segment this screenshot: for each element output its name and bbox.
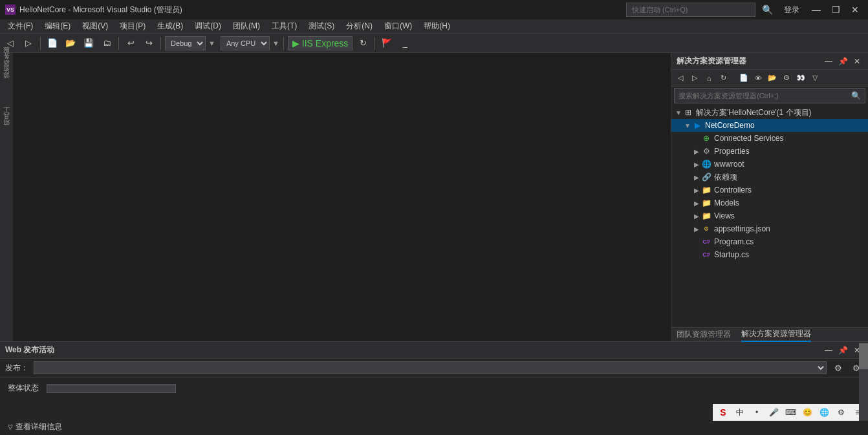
tree-dependencies[interactable]: ▶ 🔗 依赖项 <box>671 171 868 184</box>
menu-view[interactable]: 视图(V) <box>77 19 113 33</box>
menu-window[interactable]: 窗口(W) <box>379 19 417 33</box>
expand-icon[interactable]: ▶ <box>692 198 701 207</box>
tree-wwwroot[interactable]: ▶ 🌐 wwwroot <box>671 158 868 171</box>
restore-icon[interactable]: ❐ <box>828 2 843 17</box>
sidebar-item-1[interactable]: 服 <box>1 56 12 61</box>
tree-project-netcoredemo[interactable]: ▼ ▶ NetCoreDemo <box>671 119 868 132</box>
undo-button[interactable]: ↩ <box>123 36 138 51</box>
scrollbar-track[interactable] <box>859 343 868 421</box>
panel-close-button[interactable]: ✕ <box>851 56 863 67</box>
menu-analyze[interactable]: 分析(N) <box>341 19 378 33</box>
save-button[interactable]: 💾 <box>81 36 96 51</box>
debug-config-select[interactable]: Debug <box>165 36 206 50</box>
tree-solution-root[interactable]: ▼ ⊞ 解决方案'HelloNetCore'(1 个项目) <box>671 106 868 119</box>
forward-button[interactable]: ▷ <box>21 36 36 51</box>
tree-properties[interactable]: ▶ ⚙ Properties <box>671 145 868 158</box>
save-all-button[interactable]: 🗂 <box>99 36 114 51</box>
tree-controllers-label: Controllers <box>714 186 752 195</box>
tab-team-resources[interactable]: 团队资源管理器 <box>677 328 731 341</box>
ime-translate-icon[interactable]: 🌐 <box>816 405 832 419</box>
ime-chinese-icon[interactable]: 中 <box>732 405 748 419</box>
menu-help[interactable]: 帮助(H) <box>418 19 455 33</box>
scrollbar-thumb[interactable] <box>859 343 868 369</box>
cpu-config-dropdown[interactable]: Any CPU <box>221 36 270 50</box>
expand-icon[interactable]: ▶ <box>692 211 701 220</box>
debug-config-dropdown[interactable]: Debug <box>165 36 206 50</box>
back-button[interactable]: ◁ <box>3 36 18 51</box>
new-folder-button[interactable]: 📂 <box>766 72 779 85</box>
properties-toolbar-button[interactable]: ⚙ <box>780 72 793 85</box>
sidebar-item-4[interactable]: 资 <box>1 75 12 80</box>
menu-tools[interactable]: 工具(T) <box>266 19 302 33</box>
menu-test[interactable]: 测试(S) <box>303 19 340 33</box>
tab-solution-explorer[interactable]: 解决方案资源管理器 <box>741 327 811 342</box>
expand-icon[interactable]: ▶ <box>692 134 701 143</box>
show-all-button[interactable]: 👁 <box>752 72 765 85</box>
expand-icon[interactable]: ▶ <box>692 250 701 259</box>
login-button[interactable]: 登录 <box>779 3 805 17</box>
cpu-config-select[interactable]: Any CPU <box>221 36 270 50</box>
sidebar-item-7[interactable]: 具 <box>1 122 12 127</box>
tree-appsettings[interactable]: ▶ ⚙ appsettings.json <box>671 222 868 235</box>
new-project-button[interactable]: 📄 <box>45 36 60 51</box>
expand-icon[interactable]: ▶ <box>692 160 701 169</box>
menu-project[interactable]: 项目(P) <box>114 19 151 33</box>
tree-connected-services[interactable]: ▶ ⊕ Connected Services <box>671 132 868 145</box>
publish-select[interactable] <box>34 361 827 374</box>
tree-program-cs[interactable]: ▶ C# Program.cs <box>671 235 868 248</box>
filter-button[interactable]: ▽ <box>808 72 821 85</box>
show-files-button[interactable]: 📄 <box>737 72 750 85</box>
preview-button[interactable]: 👀 <box>794 72 807 85</box>
solution-search-box[interactable]: 🔍 <box>674 88 865 103</box>
search-icon[interactable]: 🔍 <box>759 2 775 17</box>
ime-mic-icon[interactable]: 🎤 <box>766 405 781 419</box>
panel-pin-btn[interactable]: 📌 <box>837 345 849 356</box>
run-button[interactable]: ▶ IIS Express <box>288 36 353 50</box>
bookmark-button[interactable]: 🚩 <box>379 36 395 51</box>
forward-nav-button[interactable]: ▷ <box>688 72 701 85</box>
sidebar-item-5[interactable]: 源 <box>1 81 12 87</box>
home-nav-button[interactable]: ⌂ <box>702 72 715 85</box>
menu-team[interactable]: 团队(M) <box>228 19 265 33</box>
sidebar-item-8[interactable]: 箱 <box>1 128 12 133</box>
play-icon: ▶ <box>292 38 299 48</box>
expand-details-link[interactable]: ▽ 查看详细信息 <box>0 419 868 435</box>
sync-button[interactable]: ↻ <box>717 72 730 85</box>
panel-minimize-button[interactable]: — <box>823 56 834 67</box>
ime-keyboard-icon[interactable]: ⌨ <box>783 405 798 419</box>
refresh-button[interactable]: ↻ <box>355 36 371 51</box>
expand-icon[interactable]: ▶ <box>692 224 701 233</box>
minimize-icon[interactable]: — <box>808 2 824 17</box>
ime-emoji-icon[interactable]: 😊 <box>799 405 815 419</box>
tree-views[interactable]: ▶ 📁 Views <box>671 209 868 222</box>
ime-s-icon[interactable]: S <box>715 405 731 419</box>
expand-icon[interactable]: ▶ <box>692 237 701 246</box>
sidebar-item-2[interactable]: 务 <box>1 62 12 67</box>
ime-dot-icon[interactable]: • <box>749 405 765 419</box>
extra-button[interactable]: _ <box>397 36 413 51</box>
tree-models[interactable]: ▶ 📁 Models <box>671 196 868 209</box>
expand-icon[interactable]: ▶ <box>692 173 701 182</box>
back-nav-button[interactable]: ◁ <box>674 72 687 85</box>
menu-file[interactable]: 文件(F) <box>3 19 38 33</box>
solution-search-input[interactable] <box>678 92 851 100</box>
redo-button[interactable]: ↪ <box>141 36 157 51</box>
quick-launch-input[interactable] <box>626 3 755 17</box>
menu-build[interactable]: 生成(B) <box>152 19 188 33</box>
open-file-button[interactable]: 📂 <box>63 36 78 51</box>
expand-icon[interactable]: ▶ <box>692 186 701 195</box>
expand-icon[interactable]: ▼ <box>683 121 692 130</box>
ime-settings-icon[interactable]: ⚙ <box>833 405 849 419</box>
sidebar-item-6[interactable]: 工 <box>1 115 12 120</box>
publish-settings-button[interactable]: ⚙ <box>832 361 845 374</box>
tree-startup-cs[interactable]: ▶ C# Startup.cs <box>671 248 868 261</box>
panel-minimize-btn[interactable]: — <box>823 345 834 356</box>
sidebar-item-3[interactable]: 器 <box>1 69 12 74</box>
menu-debug[interactable]: 调试(D) <box>190 19 226 33</box>
tree-controllers[interactable]: ▶ 📁 Controllers <box>671 184 868 196</box>
expand-icon[interactable]: ▶ <box>692 147 701 156</box>
close-icon[interactable]: ✕ <box>847 2 863 17</box>
expand-icon[interactable]: ▼ <box>674 108 683 117</box>
menu-edit[interactable]: 编辑(E) <box>39 19 76 33</box>
panel-pin-button[interactable]: 📌 <box>837 56 849 67</box>
